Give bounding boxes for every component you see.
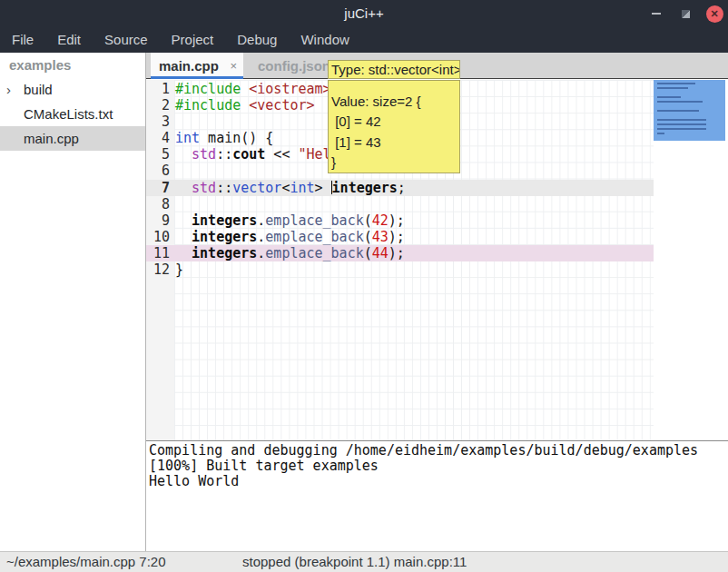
sidebar-item-label: CMakeLists.txt (24, 106, 113, 122)
line-number: 2 (146, 97, 174, 113)
line-number: 6 (146, 163, 174, 179)
line-number: 12 (146, 261, 174, 278)
menu-item-edit[interactable]: Edit (45, 27, 93, 53)
code-text (174, 113, 175, 130)
code-line[interactable]: 10 integers.emplace_back(43); (146, 229, 654, 245)
minimap[interactable] (654, 80, 728, 440)
code-text: #include <vector> (174, 97, 315, 113)
menu-item-source[interactable]: Source (93, 27, 160, 53)
terminal-line: Hello World (149, 474, 728, 489)
code-line[interactable]: 9 integers.emplace_back(42); (146, 212, 654, 229)
line-number: 5 (146, 146, 174, 163)
tab-main-cpp[interactable]: main.cpp× (151, 53, 243, 78)
code-text (174, 196, 175, 212)
code-text: #include <iostream> (174, 81, 331, 97)
code-text: } (174, 261, 183, 278)
line-number: 10 (146, 229, 174, 245)
tooltip-value-line: } (331, 153, 459, 173)
line-number: 7 (146, 180, 174, 196)
code-text: std::vector<int> integers; (174, 180, 406, 196)
minimap-thumb[interactable] (654, 80, 725, 141)
sidebar-item-cmakelists-txt[interactable]: CMakeLists.txt (0, 102, 145, 126)
line-number: 3 (146, 113, 174, 130)
line-number: 4 (146, 130, 174, 146)
code-line[interactable]: 11 integers.emplace_back(44); (146, 245, 654, 261)
tooltip-value-line: [1] = 43 (331, 133, 459, 153)
status-debug-state: stopped (breakpoint 1.1) main.cpp:11 (242, 552, 467, 572)
menu-item-window[interactable]: Window (289, 27, 360, 53)
sidebar-item-label: build (24, 82, 53, 97)
terminal-line: [100%] Built target examples (149, 459, 728, 474)
line-number: 11 (146, 245, 174, 261)
close-icon: ✕ (706, 5, 723, 23)
build-output-terminal[interactable]: Compiling and debugging /home/eidheim/ex… (146, 440, 728, 551)
tab-label: main.cpp (151, 58, 219, 74)
line-number: 9 (146, 212, 174, 229)
debug-value-tooltip: Value: size=2 { [0] = 42 [1] = 43} (328, 80, 460, 173)
menu-item-debug[interactable]: Debug (225, 27, 289, 53)
tab-label: config.json (258, 58, 330, 74)
tooltip-value-line: Value: size=2 { (331, 92, 459, 112)
menu-item-project[interactable]: Project (160, 27, 226, 53)
file-tree-panel: examples ›buildCMakeLists.txtmain.cpp (0, 53, 146, 551)
menubar: FileEditSourceProjectDebugWindow (0, 27, 728, 53)
line-number: 8 (146, 196, 174, 212)
sidebar-item-build[interactable]: ›build (0, 77, 145, 102)
juci-window: juCi++ ✕ FileEditSourceProjectDebugWindo… (0, 0, 728, 572)
tab-close-icon[interactable]: × (230, 59, 237, 73)
code-text: integers.emplace_back(44); (174, 245, 405, 261)
tab-config-json[interactable]: config.json (252, 53, 336, 78)
status-bar: ~/examples/main.cpp 7:20 stopped (breakp… (0, 551, 728, 572)
close-button[interactable]: ✕ (703, 0, 726, 27)
menu-item-file[interactable]: File (0, 27, 45, 53)
line-number: 1 (146, 81, 174, 97)
restore-button[interactable] (674, 0, 697, 27)
tooltip-value-line: [0] = 42 (331, 112, 459, 132)
sidebar-item-main-cpp[interactable]: main.cpp (0, 126, 145, 151)
code-line[interactable]: 7 std::vector<int> integers; (146, 180, 654, 196)
titlebar[interactable]: juCi++ ✕ (0, 0, 728, 27)
minimize-icon (652, 13, 661, 15)
chevron-right-icon[interactable]: › (6, 77, 11, 102)
debug-type-tooltip: Type: std::vector<int> (328, 60, 460, 79)
code-text: integers.emplace_back(43); (174, 229, 405, 245)
code-line[interactable]: 8 (146, 196, 654, 212)
minimize-button[interactable] (644, 0, 668, 27)
window-title: juCi++ (0, 0, 728, 27)
code-text (174, 163, 175, 179)
project-name: examples (0, 53, 145, 77)
code-text: integers.emplace_back(42); (174, 212, 405, 229)
terminal-line: Compiling and debugging /home/eidheim/ex… (149, 443, 728, 459)
code-text: int main() { (174, 130, 273, 146)
sidebar-item-label: main.cpp (24, 131, 79, 146)
code-line[interactable]: 12} (146, 261, 654, 278)
restore-icon (682, 10, 690, 18)
status-file-position: ~/examples/main.cpp 7:20 (6, 552, 166, 572)
